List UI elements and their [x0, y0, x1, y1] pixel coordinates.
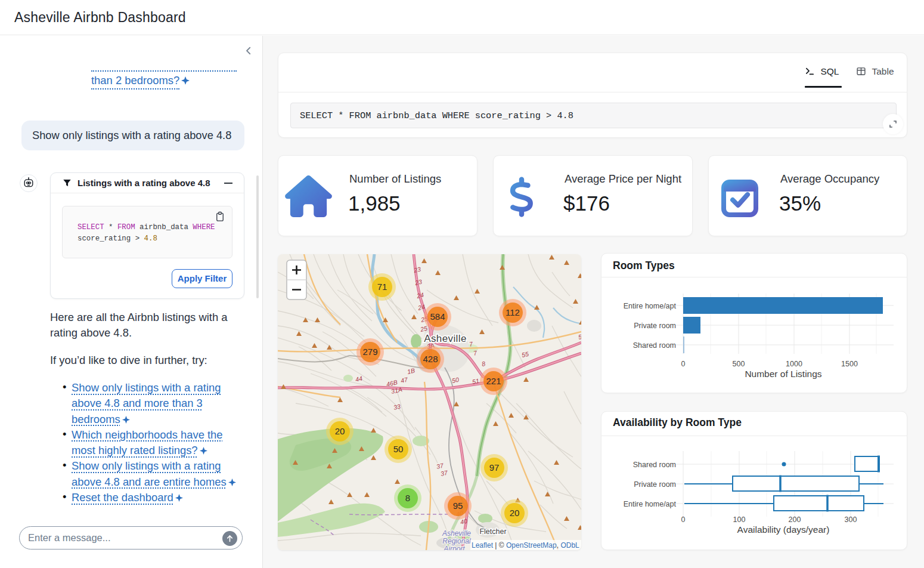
svg-text:112: 112 — [506, 307, 520, 317]
svg-text:428: 428 — [423, 354, 438, 364]
svg-text:200: 200 — [789, 515, 801, 524]
svg-text:Private room: Private room — [634, 480, 676, 489]
svg-text:279: 279 — [362, 347, 377, 357]
svg-text:0: 0 — [681, 515, 686, 524]
svg-text:8: 8 — [405, 493, 410, 503]
svg-text:1000: 1000 — [786, 360, 802, 368]
svg-text:221: 221 — [486, 376, 501, 386]
svg-text:Shared room: Shared room — [633, 341, 676, 350]
svg-text:Entire home/apt: Entire home/apt — [624, 500, 677, 508]
svg-text:300: 300 — [845, 515, 857, 524]
svg-text:Regional: Regional — [442, 537, 471, 545]
svg-text:Entire home/apt: Entire home/apt — [624, 302, 677, 310]
svg-text:Leaflet | © OpenStreetMap, ODb: Leaflet | © OpenStreetMap, ODbL — [472, 541, 579, 550]
svg-text:97: 97 — [489, 462, 500, 473]
svg-text:584: 584 — [430, 311, 445, 322]
svg-text:0: 0 — [681, 360, 686, 368]
svg-text:500: 500 — [733, 360, 745, 368]
svg-text:50: 50 — [393, 444, 404, 454]
svg-text:Number of Listings: Number of Listings — [745, 369, 821, 379]
svg-text:Fletcher: Fletcher — [479, 527, 506, 536]
svg-text:Availability (days/year): Availability (days/year) — [737, 524, 830, 535]
svg-text:Airport: Airport — [443, 545, 465, 550]
svg-text:71: 71 — [377, 282, 387, 292]
svg-text:100: 100 — [733, 515, 746, 524]
svg-text:20: 20 — [335, 426, 345, 436]
svg-text:51: 51 — [472, 377, 480, 385]
svg-text:1500: 1500 — [841, 360, 858, 368]
svg-text:Asheville: Asheville — [424, 333, 467, 344]
svg-text:20: 20 — [510, 508, 520, 518]
svg-text:Shared room: Shared room — [633, 461, 676, 469]
svg-text:95: 95 — [453, 501, 463, 511]
svg-text:Private room: Private room — [634, 322, 676, 330]
svg-text:Asheville: Asheville — [442, 529, 471, 538]
